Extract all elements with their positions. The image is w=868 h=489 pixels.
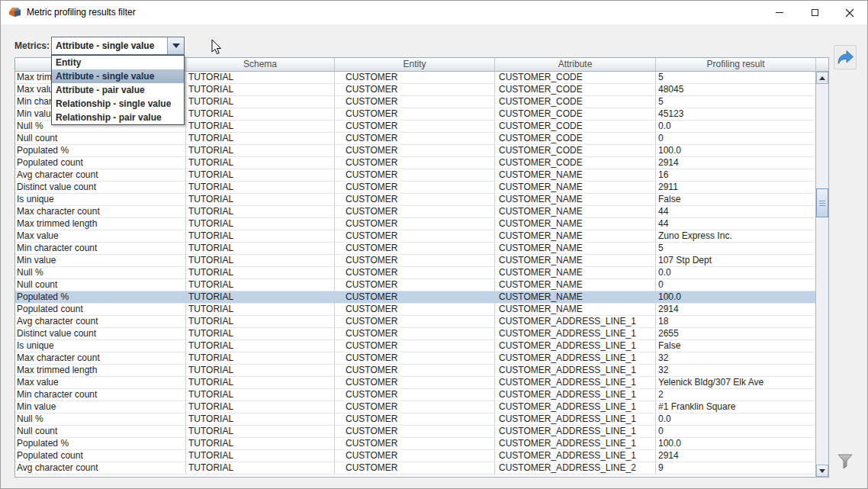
cell-entity: CUSTOMER — [335, 121, 495, 133]
table-row[interactable]: Is uniqueTUTORIALCUSTOMERCUSTOMER_ADDRES… — [15, 340, 815, 352]
cell-result: 2914 — [656, 157, 815, 169]
cell-schema: TUTORIAL — [186, 316, 335, 328]
cell-result: 2911 — [656, 182, 815, 194]
cell-entity: CUSTOMER — [335, 352, 495, 365]
combobox-dropdown-button[interactable] — [167, 37, 184, 54]
table-row[interactable]: Populated countTUTORIALCUSTOMERCUSTOMER_… — [15, 304, 815, 316]
maximize-button[interactable] — [797, 1, 832, 24]
cell-entity: CUSTOMER — [335, 84, 495, 96]
dropdown-option[interactable]: Relationship - pair value — [52, 111, 184, 124]
table-row[interactable]: Distinct value countTUTORIALCUSTOMERCUST… — [15, 182, 815, 194]
dropdown-option[interactable]: Entity — [52, 56, 184, 69]
column-header-entity[interactable]: Entity — [335, 58, 495, 72]
cell-attribute: CUSTOMER_NAME — [495, 255, 656, 267]
header-corner — [815, 58, 828, 72]
table-row[interactable]: Max trimmed lengthTUTORIALCUSTOMERCUSTOM… — [15, 218, 815, 230]
cell-schema: TUTORIAL — [186, 340, 335, 352]
close-button[interactable] — [832, 1, 867, 24]
table-row[interactable]: Min character countTUTORIALCUSTOMERCUSTO… — [15, 243, 815, 255]
scroll-down-button[interactable] — [816, 465, 828, 477]
cell-result: 2 — [656, 389, 815, 401]
table-row[interactable]: Min valueTUTORIALCUSTOMERCUSTOMER_NAME10… — [15, 255, 815, 267]
table-row[interactable]: Null %TUTORIALCUSTOMERCUSTOMER_NAME0.0 — [15, 267, 815, 279]
cell-result: 48045 — [656, 84, 815, 96]
cell-attribute: CUSTOMER_CODE — [495, 133, 656, 145]
table-row[interactable]: Null %TUTORIALCUSTOMERCUSTOMER_ADDRESS_L… — [15, 413, 815, 426]
cell-metric: Distinct value count — [15, 182, 186, 194]
cell-schema: TUTORIAL — [186, 243, 335, 255]
cell-metric: Null count — [15, 133, 186, 145]
cell-metric: Min character count — [15, 243, 186, 255]
cell-schema: TUTORIAL — [186, 230, 335, 243]
minimize-icon — [776, 12, 783, 13]
cell-metric: Min value — [15, 401, 186, 413]
table-row[interactable]: Populated countTUTORIALCUSTOMERCUSTOMER_… — [15, 157, 815, 169]
metrics-combobox[interactable]: Attribute - single value — [51, 37, 185, 55]
table-row[interactable]: Null countTUTORIALCUSTOMERCUSTOMER_ADDRE… — [15, 426, 815, 438]
thumb-grip — [819, 203, 825, 204]
table-row[interactable]: Min valueTUTORIALCUSTOMERCUSTOMER_ADDRES… — [15, 401, 815, 413]
scrollbar-thumb[interactable] — [816, 188, 828, 217]
dropdown-option[interactable]: Attribute - pair value — [52, 83, 184, 97]
cell-schema: TUTORIAL — [186, 328, 335, 340]
scroll-up-button[interactable] — [816, 72, 828, 84]
column-header-attribute[interactable]: Attribute — [495, 58, 656, 72]
cell-metric: Null % — [15, 413, 186, 426]
cell-result: 2914 — [656, 450, 815, 462]
cell-entity: CUSTOMER — [335, 108, 495, 121]
table-row[interactable]: Max valueTUTORIALCUSTOMERCUSTOMER_NAMEZu… — [15, 230, 815, 243]
table-row[interactable]: Populated countTUTORIALCUSTOMERCUSTOMER_… — [15, 450, 815, 462]
table-row[interactable]: Populated %TUTORIALCUSTOMERCUSTOMER_NAME… — [15, 291, 815, 304]
chevron-down-icon — [172, 43, 180, 48]
cell-attribute: CUSTOMER_ADDRESS_LINE_1 — [495, 340, 656, 352]
column-header-profiling-result[interactable]: Profiling result — [656, 58, 815, 72]
table-row[interactable]: Avg character countTUTORIALCUSTOMERCUSTO… — [15, 316, 815, 328]
cell-result: 45123 — [656, 108, 815, 121]
table-row[interactable]: Max character countTUTORIALCUSTOMERCUSTO… — [15, 352, 815, 365]
cell-attribute: CUSTOMER_CODE — [495, 145, 656, 157]
cell-metric: Populated % — [15, 291, 186, 304]
table-row[interactable]: Null countTUTORIALCUSTOMERCUSTOMER_NAME0 — [15, 279, 815, 291]
table-row[interactable]: Min character countTUTORIALCUSTOMERCUSTO… — [15, 389, 815, 401]
cell-entity: CUSTOMER — [335, 145, 495, 157]
cell-attribute: CUSTOMER_CODE — [495, 121, 656, 133]
table-row[interactable]: Is uniqueTUTORIALCUSTOMERCUSTOMER_NAMEFa… — [15, 194, 815, 206]
cell-attribute: CUSTOMER_CODE — [495, 108, 656, 121]
cell-entity: CUSTOMER — [335, 72, 495, 84]
cell-result: 2655 — [656, 328, 815, 340]
table-row[interactable]: Null countTUTORIALCUSTOMERCUSTOMER_CODE0 — [15, 133, 815, 145]
cell-result: 44 — [656, 206, 815, 218]
cell-metric: Avg character count — [15, 316, 186, 328]
cell-entity: CUSTOMER — [335, 230, 495, 243]
table-row[interactable]: Populated %TUTORIALCUSTOMERCUSTOMER_CODE… — [15, 145, 815, 157]
cell-schema: TUTORIAL — [186, 182, 335, 194]
arrow-up-icon — [819, 76, 825, 80]
cell-schema: TUTORIAL — [186, 413, 335, 426]
cell-attribute: CUSTOMER_NAME — [495, 291, 656, 304]
table-row[interactable]: Distinct value countTUTORIALCUSTOMERCUST… — [15, 328, 815, 340]
table-row[interactable]: Max character countTUTORIALCUSTOMERCUSTO… — [15, 206, 815, 218]
arrow-down-icon — [819, 469, 825, 473]
table-row[interactable]: Populated %TUTORIALCUSTOMERCUSTOMER_ADDR… — [15, 438, 815, 450]
cell-result: 18 — [656, 316, 815, 328]
cell-attribute: CUSTOMER_NAME — [495, 243, 656, 255]
dropdown-option[interactable]: Attribute - single value — [52, 69, 184, 83]
cell-schema: TUTORIAL — [186, 426, 335, 438]
table-row[interactable]: Avg character countTUTORIALCUSTOMERCUSTO… — [15, 169, 815, 182]
table-row[interactable]: Max trimmed lengthTUTORIALCUSTOMERCUSTOM… — [15, 365, 815, 377]
cell-entity: CUSTOMER — [335, 304, 495, 316]
table-row[interactable]: Max valueTUTORIALCUSTOMERCUSTOMER_ADDRES… — [15, 377, 815, 389]
cell-metric: Max value — [15, 230, 186, 243]
cell-metric: Min character count — [15, 389, 186, 401]
vertical-scrollbar[interactable] — [815, 72, 828, 477]
dropdown-option[interactable]: Relationship - single value — [52, 97, 184, 111]
minimize-button[interactable] — [762, 1, 797, 24]
column-header-schema[interactable]: Schema — [186, 58, 335, 72]
export-button[interactable] — [834, 45, 857, 69]
cell-attribute: CUSTOMER_NAME — [495, 206, 656, 218]
cell-result: 44 — [656, 218, 815, 230]
cell-attribute: CUSTOMER_ADDRESS_LINE_1 — [495, 401, 656, 413]
table-row[interactable]: Avg character countTUTORIALCUSTOMERCUSTO… — [15, 462, 815, 475]
filter-button[interactable] — [834, 450, 857, 473]
cell-schema: TUTORIAL — [186, 450, 335, 462]
